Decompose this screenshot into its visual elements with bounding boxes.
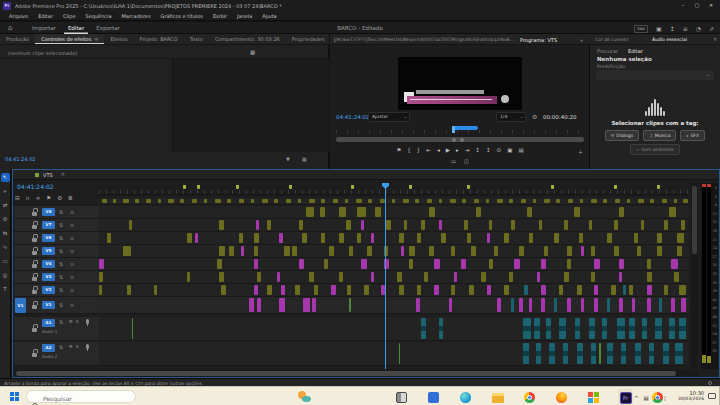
track-target-button-v2[interactable]: V2: [42, 286, 55, 294]
timeline-clip[interactable]: [664, 220, 668, 230]
step-back-button[interactable]: ◂: [437, 147, 440, 153]
selection-tool[interactable]: ↖: [1, 173, 10, 182]
source-monitor-tab[interactable]: JjM26wT2TFYTjfExc2ISMHsOXQBEqsrm4XVhTdzZ…: [334, 37, 516, 42]
timeline-clip[interactable]: [683, 199, 688, 203]
track-lock-icon[interactable]: [32, 353, 37, 357]
timeline-clip[interactable]: [559, 285, 563, 295]
sync-lock-icon[interactable]: ⇅: [59, 274, 63, 280]
timeline-clip[interactable]: [404, 220, 407, 230]
timeline-clip[interactable]: [549, 343, 555, 364]
timeline-clip[interactable]: [567, 259, 571, 269]
timeline-clip[interactable]: [635, 343, 641, 364]
timeline-clip[interactable]: [461, 259, 466, 269]
timeline-clip[interactable]: [254, 285, 258, 295]
timeline-clip[interactable]: [449, 298, 452, 312]
timeline-clip[interactable]: [577, 343, 583, 364]
button-editor-button[interactable]: +: [578, 148, 583, 155]
timeline-clip[interactable]: [274, 199, 278, 203]
timeline-clip[interactable]: [537, 272, 540, 282]
track-target-button-v4[interactable]: V4: [42, 260, 55, 268]
sync-lock-icon[interactable]: ⇅: [59, 344, 63, 350]
timeline-clip[interactable]: [399, 285, 404, 295]
timeline-clip[interactable]: [254, 233, 259, 243]
source-patch-v1[interactable]: V1: [15, 298, 26, 313]
taskbar-app-edge[interactable]: [458, 389, 473, 405]
timeline-clip[interactable]: [638, 199, 644, 203]
meter-clip-indicator-right[interactable]: [707, 184, 711, 187]
timeline-clip[interactable]: [594, 259, 600, 269]
track-target-button-v5[interactable]: V5: [42, 247, 55, 255]
workspaces-icon[interactable]: ▣: [656, 25, 662, 32]
sync-lock-icon[interactable]: ⇅: [59, 287, 63, 293]
timeline-clip[interactable]: [663, 343, 669, 364]
go-to-in-button[interactable]: ⇤: [426, 147, 431, 153]
timeline-clip[interactable]: [486, 199, 489, 203]
timeline-clip[interactable]: [611, 285, 616, 295]
timeline-clip[interactable]: [99, 285, 102, 295]
timeline-clip[interactable]: [591, 272, 595, 282]
timeline-clip[interactable]: [649, 343, 654, 364]
zoom-handle-right[interactable]: [460, 138, 464, 142]
timeline-clip[interactable]: [591, 199, 597, 203]
filter-funnel-icon[interactable]: ▼: [286, 156, 290, 162]
timeline-clip[interactable]: [487, 285, 491, 295]
timeline-clip[interactable]: [371, 233, 374, 243]
taskbar-app-calculator[interactable]: [426, 389, 441, 405]
timeline-clip[interactable]: [594, 298, 598, 312]
layout-grid-icon[interactable]: ▦: [302, 156, 307, 162]
timeline-clip[interactable]: [577, 285, 582, 295]
go-to-out-button[interactable]: ⇥: [465, 147, 470, 153]
timeline-clip[interactable]: [251, 199, 254, 203]
mute-button[interactable]: M: [69, 319, 72, 324]
timeline-clip[interactable]: [267, 220, 271, 230]
timeline-clip[interactable]: [399, 233, 404, 243]
timeline-clip[interactable]: [371, 272, 374, 282]
timeline-clip[interactable]: [320, 207, 325, 217]
monitor-settings-wrench-icon[interactable]: ⚙: [532, 113, 537, 120]
panel-menu-icon[interactable]: ≡: [683, 25, 688, 32]
minimize-button[interactable]: –: [676, 0, 690, 11]
timeline-clip[interactable]: [192, 199, 197, 203]
mark-out-button[interactable]: }: [417, 147, 421, 153]
track-output-eye-icon[interactable]: ⊙: [70, 248, 74, 254]
type-tool[interactable]: T: [1, 285, 10, 294]
timeline-clip[interactable]: [257, 298, 261, 312]
timeline-clip[interactable]: [541, 298, 545, 312]
timeline-clip[interactable]: [641, 220, 644, 230]
timeline-clip[interactable]: [580, 199, 583, 203]
timeline-clip[interactable]: [367, 246, 372, 256]
timeline-clip[interactable]: [204, 199, 207, 203]
zoom-handle-left[interactable]: [452, 138, 456, 142]
timeline-clip[interactable]: [257, 272, 261, 282]
track-target-button-a1[interactable]: A1: [42, 319, 55, 327]
maximize-button[interactable]: ▢: [690, 0, 704, 11]
timeline-clip[interactable]: [674, 199, 677, 203]
timeline-clip[interactable]: [534, 318, 540, 339]
track-header-v7[interactable]: V7⇅⊙: [14, 219, 99, 231]
program-video-frame[interactable]: [398, 57, 522, 110]
share-icon[interactable]: ↥: [670, 25, 675, 32]
taskbar-app-store[interactable]: [586, 389, 601, 405]
timeline-clip[interactable]: [489, 220, 492, 230]
timeline-clip[interactable]: [497, 199, 503, 203]
timeline-clip[interactable]: [621, 343, 626, 364]
fit-dropdown[interactable]: Ajustar⌄: [368, 112, 410, 122]
timeline-clip[interactable]: [434, 259, 440, 269]
timeline-clip[interactable]: [519, 246, 524, 256]
solo-button[interactable]: S: [76, 319, 79, 324]
timeline-clip[interactable]: [312, 298, 316, 312]
menu-item-arquivo[interactable]: Arquivo: [4, 13, 33, 19]
timeline-clip[interactable]: [556, 199, 560, 203]
timeline-clip[interactable]: [677, 233, 684, 243]
track-lane-a1[interactable]: [99, 317, 689, 340]
timeline-clip[interactable]: [392, 199, 395, 203]
timeline-clip[interactable]: [397, 272, 402, 282]
timeline-clip[interactable]: [568, 199, 573, 203]
sequence-marker[interactable]: [289, 185, 292, 189]
timeline-clip[interactable]: [281, 285, 285, 295]
timeline-clip[interactable]: [123, 199, 129, 203]
track-lock-icon[interactable]: [32, 290, 37, 294]
left-panel-tab-compartimento-30-03-26[interactable]: Compartimento: 30:03:26: [209, 34, 286, 44]
track-header-v2[interactable]: V2⇅⊙: [14, 284, 99, 296]
timeline-clip[interactable]: [559, 318, 566, 339]
